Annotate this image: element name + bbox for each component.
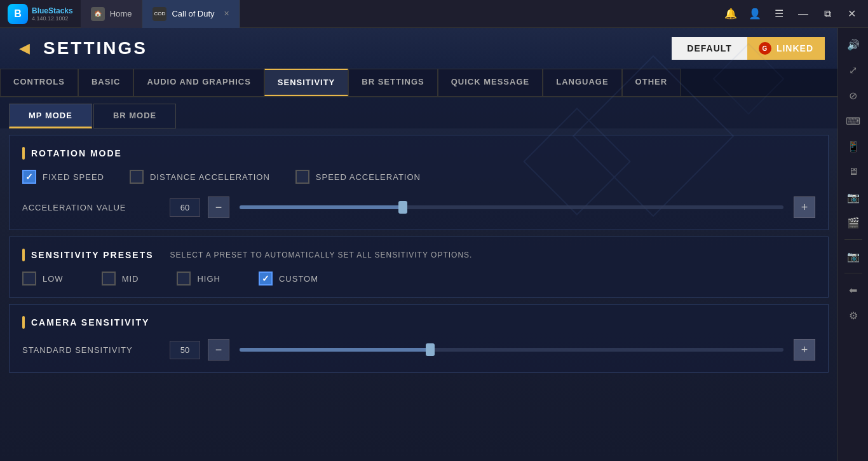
default-button[interactable]: DEFAULT — [672, 37, 747, 60]
section-bar-rotation — [22, 147, 25, 160]
acceleration-slider-fill — [240, 205, 403, 209]
game-tab-label: Call of Duty — [172, 9, 214, 18]
tab-sensitivity[interactable]: SENSITIVITY — [264, 69, 348, 96]
tab-br-settings[interactable]: BR SETTINGS — [348, 69, 437, 96]
standard-sensitivity-minus-button[interactable]: − — [208, 339, 229, 361]
settings-logo: ◀ SETTINGS — [13, 37, 147, 60]
distance-accel-checkbox[interactable] — [130, 170, 144, 184]
rotation-mode-label: ROTATION MODE — [31, 148, 122, 158]
mode-tabs: MP MODE BR MODE — [0, 97, 837, 128]
bluestacks-version: 4.140.12.1002 — [32, 15, 73, 22]
preset-row: LOW MID HIGH ✓ CUSTOM — [22, 272, 815, 286]
speed-accel-label: SPEED ACCELERATION — [316, 172, 421, 182]
fixed-speed-label: FIXED SPEED — [43, 172, 104, 182]
standard-sensitivity-plus-button[interactable]: + — [794, 339, 815, 361]
sections-container: ROTATION MODE ✓ FIXED SPEED DISTANCE ACC… — [0, 128, 837, 458]
low-preset-item[interactable]: LOW — [22, 272, 64, 286]
tab-controls[interactable]: CONTROLS — [0, 69, 78, 96]
phone-icon[interactable]: 📱 — [842, 135, 865, 158]
close-button[interactable]: ✕ — [840, 3, 863, 25]
home-tab[interactable]: 🏠 Home — [81, 0, 143, 28]
sidebar-divider-2 — [844, 273, 862, 273]
tab-other[interactable]: OTHER — [622, 69, 681, 96]
fixed-speed-item[interactable]: ✓ FIXED SPEED — [22, 170, 104, 184]
acceleration-value-box: 60 — [170, 198, 200, 217]
custom-preset-item[interactable]: ✓ CUSTOM — [259, 272, 318, 286]
home-tab-icon: 🏠 — [91, 7, 105, 21]
section-bar-presets — [22, 249, 25, 261]
acceleration-plus-button[interactable]: + — [794, 196, 815, 218]
nav-tabs: CONTROLS BASIC AUDIO AND GRAPHICS SENSIT… — [0, 69, 837, 97]
settings-title: SETTINGS — [43, 38, 147, 58]
settings-back-icon[interactable]: ◀ — [13, 37, 36, 60]
settings-icon[interactable]: ⚙ — [842, 304, 865, 327]
rotate-icon[interactable]: ⊘ — [842, 84, 865, 107]
distance-accel-item[interactable]: DISTANCE ACCELERATION — [130, 170, 270, 184]
tab-br-mode[interactable]: BR MODE — [93, 104, 176, 128]
standard-sensitivity-slider-fill — [240, 348, 430, 352]
keyboard-icon[interactable]: ⌨ — [842, 109, 865, 132]
acceleration-slider-thumb[interactable] — [398, 201, 407, 214]
screenshot-icon[interactable]: 📷 — [842, 245, 865, 268]
game-tab[interactable]: COD Call of Duty ✕ — [142, 0, 240, 28]
high-preset-item[interactable]: HIGH — [177, 272, 220, 286]
notification-button[interactable]: 🔔 — [719, 3, 742, 25]
speed-accel-checkbox[interactable] — [295, 170, 309, 184]
game-tab-icon: COD — [153, 7, 166, 21]
rotation-checkboxes: ✓ FIXED SPEED DISTANCE ACCELERATION SPEE… — [22, 170, 815, 184]
low-preset-checkbox[interactable] — [22, 272, 36, 286]
garena-icon: G — [759, 42, 771, 55]
acceleration-value-label: ACCELERATION VALUE — [22, 203, 162, 212]
title-bar-controls: 🔔 👤 ☰ — ⧉ ✕ — [719, 3, 868, 25]
standard-sensitivity-slider-thumb[interactable] — [426, 343, 435, 356]
tab-basic[interactable]: BASIC — [78, 69, 133, 96]
standard-sensitivity-label: STANDARD SENSITIVITY — [22, 345, 162, 355]
bluestacks-text: BlueStacks 4.140.12.1002 — [32, 6, 73, 22]
acceleration-slider-track[interactable] — [240, 205, 783, 209]
fullscreen-icon[interactable]: ⤢ — [842, 58, 865, 81]
high-preset-checkbox[interactable] — [177, 272, 191, 286]
high-preset-label: HIGH — [197, 274, 220, 284]
title-bar-left: B BlueStacks 4.140.12.1002 🏠 Home COD Ca… — [0, 0, 240, 28]
linked-label: LINKED — [776, 43, 813, 53]
sensitivity-presets-title: SENSITIVITY PRESETS SELECT A PRESET TO A… — [22, 249, 815, 261]
standard-sensitivity-row: STANDARD SENSITIVITY 50 − + — [22, 339, 815, 361]
tab-quick-message[interactable]: QUICK MESSAGE — [438, 69, 543, 96]
acceleration-minus-button[interactable]: − — [208, 196, 229, 218]
distance-accel-label: DISTANCE ACCELERATION — [150, 172, 270, 182]
tab-language[interactable]: LANGUAGE — [543, 69, 621, 96]
sensitivity-presets-section: SENSITIVITY PRESETS SELECT A PRESET TO A… — [9, 237, 829, 298]
section-bar-camera — [22, 316, 25, 329]
low-preset-label: LOW — [43, 274, 64, 284]
mid-preset-item[interactable]: MID — [102, 272, 139, 286]
tab-mp-mode[interactable]: MP MODE — [9, 104, 92, 128]
camera-icon[interactable]: 📷 — [842, 186, 865, 209]
linked-button[interactable]: G LINKED — [747, 37, 825, 60]
home-tab-label: Home — [110, 9, 132, 18]
camera-sensitivity-section: CAMERA SENSITIVITY STANDARD SENSITIVITY … — [9, 304, 829, 373]
settings-buttons: DEFAULT G LINKED — [672, 37, 825, 60]
back-icon[interactable]: ⬅ — [842, 279, 865, 301]
volume-icon[interactable]: 🔊 — [842, 33, 865, 56]
rotation-mode-section: ROTATION MODE ✓ FIXED SPEED DISTANCE ACC… — [9, 135, 829, 230]
custom-preset-checkbox[interactable]: ✓ — [259, 272, 273, 286]
bluestacks-name: BlueStacks — [32, 6, 73, 15]
settings-header: ◀ SETTINGS DEFAULT G LINKED — [0, 28, 837, 69]
fixed-speed-checkbox[interactable]: ✓ — [22, 170, 36, 184]
standard-sensitivity-value-box: 50 — [170, 341, 200, 359]
game-tab-close[interactable]: ✕ — [224, 10, 229, 18]
speed-accel-item[interactable]: SPEED ACCELERATION — [295, 170, 421, 184]
minimize-button[interactable]: — — [792, 3, 815, 25]
mid-preset-checkbox[interactable] — [102, 272, 116, 286]
bluestacks-logo: B BlueStacks 4.140.12.1002 — [0, 4, 81, 24]
maximize-button[interactable]: ⧉ — [816, 3, 839, 25]
camera-sensitivity-label: CAMERA SENSITIVITY — [31, 317, 149, 327]
sensitivity-presets-label: SENSITIVITY PRESETS — [31, 250, 154, 260]
tab-audio-graphics[interactable]: AUDIO AND GRAPHICS — [133, 69, 264, 96]
record-icon[interactable]: 🎬 — [842, 211, 865, 234]
display-icon[interactable]: 🖥 — [842, 160, 865, 183]
user-button[interactable]: 👤 — [743, 3, 766, 25]
standard-sensitivity-slider-track[interactable] — [240, 348, 783, 352]
fixed-speed-check: ✓ — [25, 172, 33, 182]
menu-button[interactable]: ☰ — [768, 3, 790, 25]
